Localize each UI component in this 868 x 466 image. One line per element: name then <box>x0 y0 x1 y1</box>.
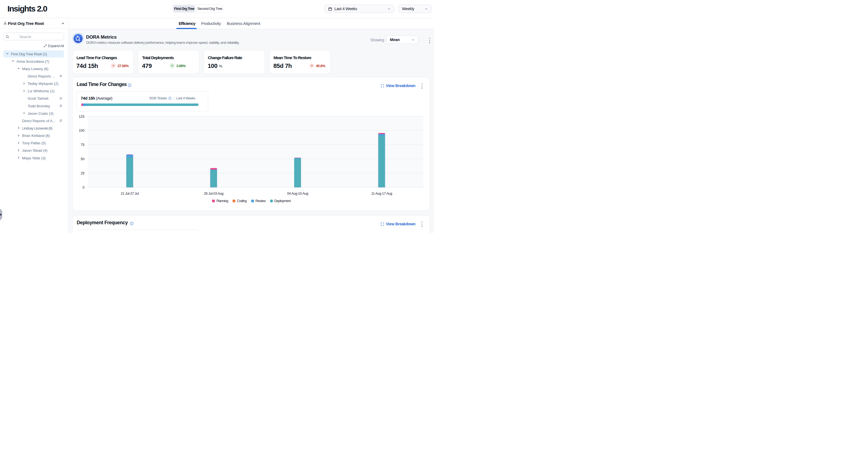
svg-text:0: 0 <box>83 186 85 190</box>
svg-text:125: 125 <box>79 115 85 119</box>
svg-text:21 Jul-27 Jul: 21 Jul-27 Jul <box>121 192 139 196</box>
svg-text:50: 50 <box>81 157 85 161</box>
svg-text:28 Jul-03 Aug: 28 Jul-03 Aug <box>204 192 223 196</box>
svg-text:25: 25 <box>81 171 85 175</box>
svg-text:100: 100 <box>79 129 85 133</box>
svg-text:04 Aug-10 Aug: 04 Aug-10 Aug <box>287 192 308 196</box>
svg-text:75: 75 <box>81 143 85 147</box>
svg-text:11 Aug-17 Aug: 11 Aug-17 Aug <box>371 192 392 196</box>
